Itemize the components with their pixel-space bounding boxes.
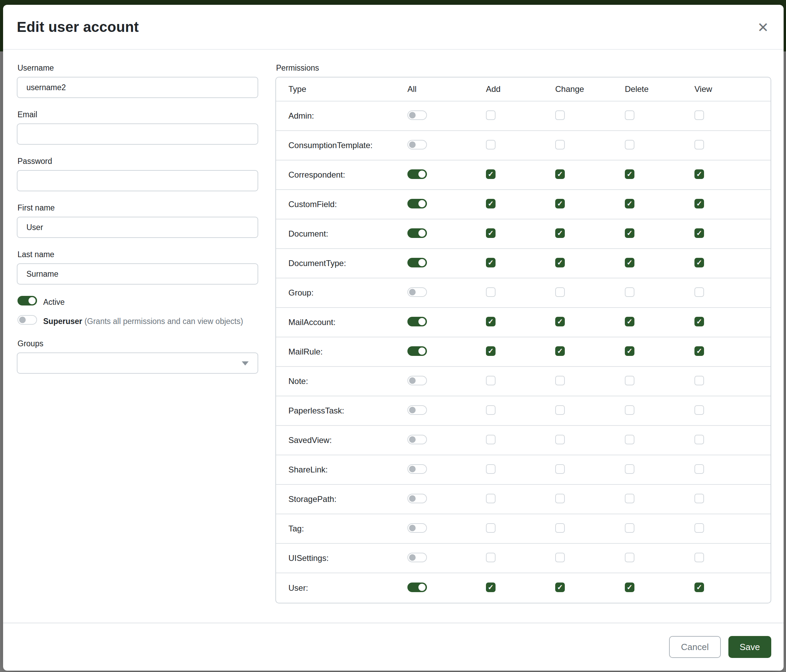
permission-change-checkbox[interactable]: [555, 523, 565, 533]
password-field[interactable]: [17, 170, 258, 191]
permission-add-checkbox[interactable]: [486, 258, 495, 267]
permission-add-checkbox[interactable]: [486, 228, 495, 238]
permission-all-toggle[interactable]: [407, 583, 427, 592]
permission-change-checkbox[interactable]: [555, 405, 565, 415]
permission-all-toggle[interactable]: [407, 464, 427, 474]
permission-delete-checkbox[interactable]: [625, 376, 634, 385]
permission-delete-checkbox[interactable]: [625, 553, 634, 562]
permission-all-toggle[interactable]: [407, 405, 427, 415]
permission-all-toggle[interactable]: [407, 553, 427, 562]
permission-change-checkbox[interactable]: [555, 199, 565, 209]
permission-add-checkbox[interactable]: [486, 553, 495, 562]
close-icon[interactable]: ✕: [753, 18, 773, 37]
permission-add-checkbox[interactable]: [486, 405, 495, 415]
permission-change-checkbox[interactable]: [555, 376, 565, 385]
permission-all-toggle[interactable]: [407, 376, 427, 385]
permission-delete-checkbox[interactable]: [625, 494, 634, 503]
permission-delete-checkbox[interactable]: [625, 317, 634, 327]
permission-view-checkbox[interactable]: [695, 553, 704, 562]
column-header-add: Add: [486, 84, 555, 94]
permission-change-checkbox[interactable]: [555, 317, 565, 327]
permission-all-toggle[interactable]: [407, 170, 427, 179]
permission-view-checkbox[interactable]: [695, 523, 704, 533]
permission-change-checkbox[interactable]: [555, 464, 565, 474]
permission-delete-checkbox[interactable]: [625, 170, 634, 179]
permission-all-toggle[interactable]: [407, 494, 427, 503]
permission-add-checkbox[interactable]: [486, 435, 495, 444]
permission-delete-checkbox[interactable]: [625, 346, 634, 356]
permission-add-checkbox[interactable]: [486, 346, 495, 356]
permission-delete-checkbox[interactable]: [625, 228, 634, 238]
superuser-toggle[interactable]: [17, 315, 37, 325]
email-field[interactable]: [17, 123, 258, 145]
permission-change-checkbox[interactable]: [555, 346, 565, 356]
permission-change-checkbox[interactable]: [555, 435, 565, 444]
permission-view-checkbox[interactable]: [695, 110, 704, 120]
permission-all-toggle[interactable]: [407, 435, 427, 444]
first-name-field[interactable]: [17, 217, 258, 238]
permission-add-checkbox[interactable]: [486, 140, 495, 149]
permission-row: MailRule:: [276, 338, 770, 367]
permission-change-checkbox[interactable]: [555, 258, 565, 267]
permission-view-checkbox[interactable]: [695, 199, 704, 209]
permission-view-checkbox[interactable]: [695, 287, 704, 297]
permission-add-checkbox[interactable]: [486, 494, 495, 503]
permission-all-toggle[interactable]: [407, 317, 427, 327]
permission-add-checkbox[interactable]: [486, 317, 495, 327]
permission-view-checkbox[interactable]: [695, 317, 704, 327]
permission-all-toggle[interactable]: [407, 199, 427, 209]
permission-change-checkbox[interactable]: [555, 228, 565, 238]
permission-delete-checkbox[interactable]: [625, 435, 634, 444]
permission-type-label: MailAccount:: [276, 317, 407, 327]
permission-delete-checkbox[interactable]: [625, 583, 634, 592]
cancel-button[interactable]: Cancel: [669, 636, 721, 658]
permission-view-checkbox[interactable]: [695, 464, 704, 474]
permission-view-checkbox[interactable]: [695, 435, 704, 444]
permission-view-checkbox[interactable]: [695, 376, 704, 385]
permission-delete-checkbox[interactable]: [625, 405, 634, 415]
permission-delete-checkbox[interactable]: [625, 523, 634, 533]
active-toggle[interactable]: [17, 296, 37, 306]
permission-add-checkbox[interactable]: [486, 464, 495, 474]
username-field[interactable]: [17, 77, 258, 98]
permission-all-toggle[interactable]: [407, 258, 427, 267]
permission-all-toggle[interactable]: [407, 287, 427, 297]
permission-delete-checkbox[interactable]: [625, 287, 634, 297]
permission-delete-checkbox[interactable]: [625, 199, 634, 209]
permission-view-checkbox[interactable]: [695, 228, 704, 238]
permission-change-checkbox[interactable]: [555, 287, 565, 297]
permission-change-checkbox[interactable]: [555, 583, 565, 592]
permission-view-checkbox[interactable]: [695, 405, 704, 415]
save-button[interactable]: Save: [728, 636, 771, 658]
permission-view-checkbox[interactable]: [695, 170, 704, 179]
permission-add-checkbox[interactable]: [486, 170, 495, 179]
permission-all-toggle[interactable]: [407, 140, 427, 149]
permission-add-checkbox[interactable]: [486, 523, 495, 533]
permission-view-checkbox[interactable]: [695, 140, 704, 149]
permission-delete-checkbox[interactable]: [625, 140, 634, 149]
permission-delete-checkbox[interactable]: [625, 110, 634, 120]
permission-add-checkbox[interactable]: [486, 199, 495, 209]
groups-select[interactable]: [17, 352, 258, 374]
permission-change-checkbox[interactable]: [555, 110, 565, 120]
permission-all-toggle[interactable]: [407, 110, 427, 120]
permission-all-toggle[interactable]: [407, 228, 427, 238]
permission-change-checkbox[interactable]: [555, 170, 565, 179]
permission-view-checkbox[interactable]: [695, 258, 704, 267]
permission-add-checkbox[interactable]: [486, 376, 495, 385]
permission-view-checkbox[interactable]: [695, 583, 704, 592]
permission-delete-checkbox[interactable]: [625, 258, 634, 267]
last-name-field[interactable]: [17, 263, 258, 284]
permission-all-toggle[interactable]: [407, 523, 427, 533]
permission-all-toggle[interactable]: [407, 346, 427, 356]
permission-change-checkbox[interactable]: [555, 140, 565, 149]
permission-delete-checkbox[interactable]: [625, 464, 634, 474]
permission-add-checkbox[interactable]: [486, 110, 495, 120]
permission-add-checkbox[interactable]: [486, 583, 495, 592]
permission-view-checkbox[interactable]: [695, 494, 704, 503]
permission-change-checkbox[interactable]: [555, 494, 565, 503]
superuser-label: Superuser: [43, 317, 82, 326]
permission-add-checkbox[interactable]: [486, 287, 495, 297]
permission-change-checkbox[interactable]: [555, 553, 565, 562]
permission-view-checkbox[interactable]: [695, 346, 704, 356]
